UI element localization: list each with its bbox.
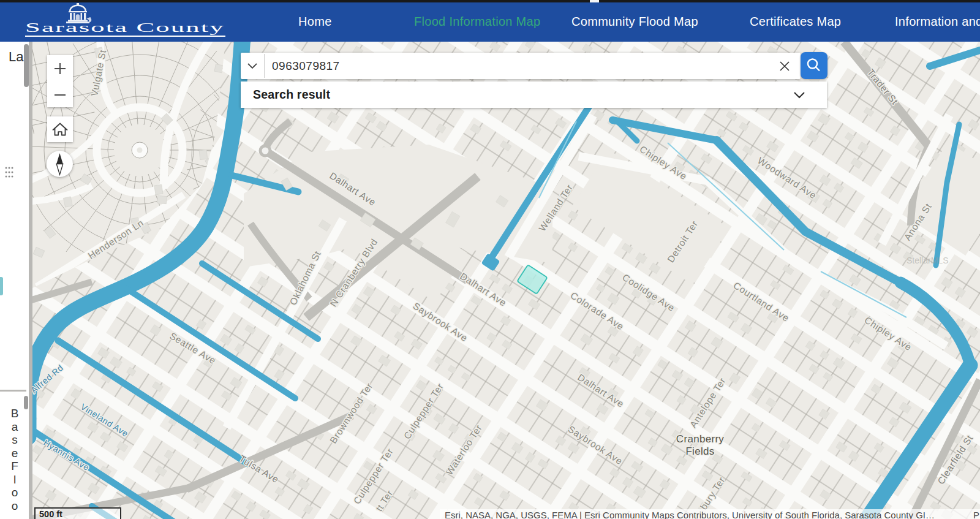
svg-text:Cranberry: Cranberry	[676, 433, 724, 445]
svg-text:Fields: Fields	[685, 445, 714, 457]
svg-text:StellarMLS: StellarMLS	[907, 256, 948, 265]
